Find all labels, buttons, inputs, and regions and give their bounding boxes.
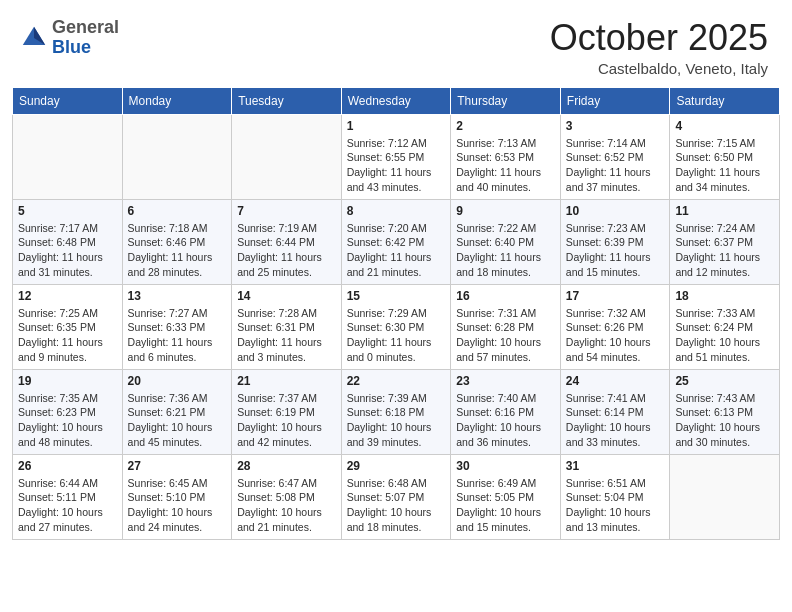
table-row: 17Sunrise: 7:32 AM Sunset: 6:26 PM Dayli… bbox=[560, 284, 670, 369]
day-info: Sunrise: 7:33 AM Sunset: 6:24 PM Dayligh… bbox=[675, 306, 774, 365]
logo: General Blue bbox=[20, 18, 119, 58]
day-number: 31 bbox=[566, 459, 665, 473]
table-row: 21Sunrise: 7:37 AM Sunset: 6:19 PM Dayli… bbox=[232, 369, 342, 454]
col-wednesday: Wednesday bbox=[341, 87, 451, 114]
month-title: October 2025 bbox=[550, 18, 768, 58]
table-row: 1Sunrise: 7:12 AM Sunset: 6:55 PM Daylig… bbox=[341, 114, 451, 199]
day-number: 7 bbox=[237, 204, 336, 218]
table-row: 5Sunrise: 7:17 AM Sunset: 6:48 PM Daylig… bbox=[13, 199, 123, 284]
day-info: Sunrise: 7:19 AM Sunset: 6:44 PM Dayligh… bbox=[237, 221, 336, 280]
day-info: Sunrise: 6:47 AM Sunset: 5:08 PM Dayligh… bbox=[237, 476, 336, 535]
day-number: 14 bbox=[237, 289, 336, 303]
day-number: 10 bbox=[566, 204, 665, 218]
day-info: Sunrise: 6:51 AM Sunset: 5:04 PM Dayligh… bbox=[566, 476, 665, 535]
calendar-week-row: 26Sunrise: 6:44 AM Sunset: 5:11 PM Dayli… bbox=[13, 454, 780, 539]
table-row: 25Sunrise: 7:43 AM Sunset: 6:13 PM Dayli… bbox=[670, 369, 780, 454]
day-number: 16 bbox=[456, 289, 555, 303]
table-row: 9Sunrise: 7:22 AM Sunset: 6:40 PM Daylig… bbox=[451, 199, 561, 284]
table-row: 19Sunrise: 7:35 AM Sunset: 6:23 PM Dayli… bbox=[13, 369, 123, 454]
day-info: Sunrise: 7:23 AM Sunset: 6:39 PM Dayligh… bbox=[566, 221, 665, 280]
table-row: 4Sunrise: 7:15 AM Sunset: 6:50 PM Daylig… bbox=[670, 114, 780, 199]
day-number: 27 bbox=[128, 459, 227, 473]
table-row: 6Sunrise: 7:18 AM Sunset: 6:46 PM Daylig… bbox=[122, 199, 232, 284]
day-number: 18 bbox=[675, 289, 774, 303]
calendar-week-row: 1Sunrise: 7:12 AM Sunset: 6:55 PM Daylig… bbox=[13, 114, 780, 199]
col-saturday: Saturday bbox=[670, 87, 780, 114]
day-number: 21 bbox=[237, 374, 336, 388]
day-number: 4 bbox=[675, 119, 774, 133]
table-row: 8Sunrise: 7:20 AM Sunset: 6:42 PM Daylig… bbox=[341, 199, 451, 284]
day-info: Sunrise: 7:17 AM Sunset: 6:48 PM Dayligh… bbox=[18, 221, 117, 280]
table-row bbox=[13, 114, 123, 199]
day-info: Sunrise: 7:24 AM Sunset: 6:37 PM Dayligh… bbox=[675, 221, 774, 280]
day-number: 3 bbox=[566, 119, 665, 133]
day-info: Sunrise: 7:41 AM Sunset: 6:14 PM Dayligh… bbox=[566, 391, 665, 450]
day-number: 12 bbox=[18, 289, 117, 303]
page: General Blue October 2025 Castelbaldo, V… bbox=[0, 0, 792, 612]
day-number: 9 bbox=[456, 204, 555, 218]
calendar-week-row: 12Sunrise: 7:25 AM Sunset: 6:35 PM Dayli… bbox=[13, 284, 780, 369]
logo-blue: Blue bbox=[52, 38, 119, 58]
table-row: 31Sunrise: 6:51 AM Sunset: 5:04 PM Dayli… bbox=[560, 454, 670, 539]
day-info: Sunrise: 7:29 AM Sunset: 6:30 PM Dayligh… bbox=[347, 306, 446, 365]
title-block: October 2025 Castelbaldo, Veneto, Italy bbox=[550, 18, 768, 77]
table-row: 14Sunrise: 7:28 AM Sunset: 6:31 PM Dayli… bbox=[232, 284, 342, 369]
table-row: 26Sunrise: 6:44 AM Sunset: 5:11 PM Dayli… bbox=[13, 454, 123, 539]
day-info: Sunrise: 6:44 AM Sunset: 5:11 PM Dayligh… bbox=[18, 476, 117, 535]
table-row: 27Sunrise: 6:45 AM Sunset: 5:10 PM Dayli… bbox=[122, 454, 232, 539]
day-number: 19 bbox=[18, 374, 117, 388]
calendar-week-row: 5Sunrise: 7:17 AM Sunset: 6:48 PM Daylig… bbox=[13, 199, 780, 284]
table-row: 15Sunrise: 7:29 AM Sunset: 6:30 PM Dayli… bbox=[341, 284, 451, 369]
day-info: Sunrise: 7:36 AM Sunset: 6:21 PM Dayligh… bbox=[128, 391, 227, 450]
table-row: 7Sunrise: 7:19 AM Sunset: 6:44 PM Daylig… bbox=[232, 199, 342, 284]
day-number: 1 bbox=[347, 119, 446, 133]
location-title: Castelbaldo, Veneto, Italy bbox=[550, 60, 768, 77]
day-info: Sunrise: 7:31 AM Sunset: 6:28 PM Dayligh… bbox=[456, 306, 555, 365]
day-number: 28 bbox=[237, 459, 336, 473]
day-info: Sunrise: 7:40 AM Sunset: 6:16 PM Dayligh… bbox=[456, 391, 555, 450]
table-row: 22Sunrise: 7:39 AM Sunset: 6:18 PM Dayli… bbox=[341, 369, 451, 454]
calendar-table: Sunday Monday Tuesday Wednesday Thursday… bbox=[12, 87, 780, 540]
day-info: Sunrise: 6:45 AM Sunset: 5:10 PM Dayligh… bbox=[128, 476, 227, 535]
table-row: 30Sunrise: 6:49 AM Sunset: 5:05 PM Dayli… bbox=[451, 454, 561, 539]
day-info: Sunrise: 7:18 AM Sunset: 6:46 PM Dayligh… bbox=[128, 221, 227, 280]
table-row bbox=[122, 114, 232, 199]
day-number: 30 bbox=[456, 459, 555, 473]
day-number: 22 bbox=[347, 374, 446, 388]
day-number: 11 bbox=[675, 204, 774, 218]
table-row bbox=[670, 454, 780, 539]
table-row bbox=[232, 114, 342, 199]
day-number: 5 bbox=[18, 204, 117, 218]
table-row: 10Sunrise: 7:23 AM Sunset: 6:39 PM Dayli… bbox=[560, 199, 670, 284]
day-info: Sunrise: 7:14 AM Sunset: 6:52 PM Dayligh… bbox=[566, 136, 665, 195]
logo-icon bbox=[20, 24, 48, 52]
table-row: 12Sunrise: 7:25 AM Sunset: 6:35 PM Dayli… bbox=[13, 284, 123, 369]
day-info: Sunrise: 7:22 AM Sunset: 6:40 PM Dayligh… bbox=[456, 221, 555, 280]
day-info: Sunrise: 7:20 AM Sunset: 6:42 PM Dayligh… bbox=[347, 221, 446, 280]
day-info: Sunrise: 7:37 AM Sunset: 6:19 PM Dayligh… bbox=[237, 391, 336, 450]
day-number: 23 bbox=[456, 374, 555, 388]
col-thursday: Thursday bbox=[451, 87, 561, 114]
col-friday: Friday bbox=[560, 87, 670, 114]
table-row: 13Sunrise: 7:27 AM Sunset: 6:33 PM Dayli… bbox=[122, 284, 232, 369]
day-info: Sunrise: 7:28 AM Sunset: 6:31 PM Dayligh… bbox=[237, 306, 336, 365]
day-info: Sunrise: 7:43 AM Sunset: 6:13 PM Dayligh… bbox=[675, 391, 774, 450]
col-tuesday: Tuesday bbox=[232, 87, 342, 114]
day-number: 24 bbox=[566, 374, 665, 388]
table-row: 18Sunrise: 7:33 AM Sunset: 6:24 PM Dayli… bbox=[670, 284, 780, 369]
table-row: 20Sunrise: 7:36 AM Sunset: 6:21 PM Dayli… bbox=[122, 369, 232, 454]
day-number: 6 bbox=[128, 204, 227, 218]
day-info: Sunrise: 7:25 AM Sunset: 6:35 PM Dayligh… bbox=[18, 306, 117, 365]
day-number: 20 bbox=[128, 374, 227, 388]
calendar-header-row: Sunday Monday Tuesday Wednesday Thursday… bbox=[13, 87, 780, 114]
day-number: 13 bbox=[128, 289, 227, 303]
calendar-week-row: 19Sunrise: 7:35 AM Sunset: 6:23 PM Dayli… bbox=[13, 369, 780, 454]
col-sunday: Sunday bbox=[13, 87, 123, 114]
table-row: 28Sunrise: 6:47 AM Sunset: 5:08 PM Dayli… bbox=[232, 454, 342, 539]
logo-text: General Blue bbox=[52, 18, 119, 58]
table-row: 3Sunrise: 7:14 AM Sunset: 6:52 PM Daylig… bbox=[560, 114, 670, 199]
day-number: 25 bbox=[675, 374, 774, 388]
table-row: 16Sunrise: 7:31 AM Sunset: 6:28 PM Dayli… bbox=[451, 284, 561, 369]
day-number: 17 bbox=[566, 289, 665, 303]
day-number: 26 bbox=[18, 459, 117, 473]
